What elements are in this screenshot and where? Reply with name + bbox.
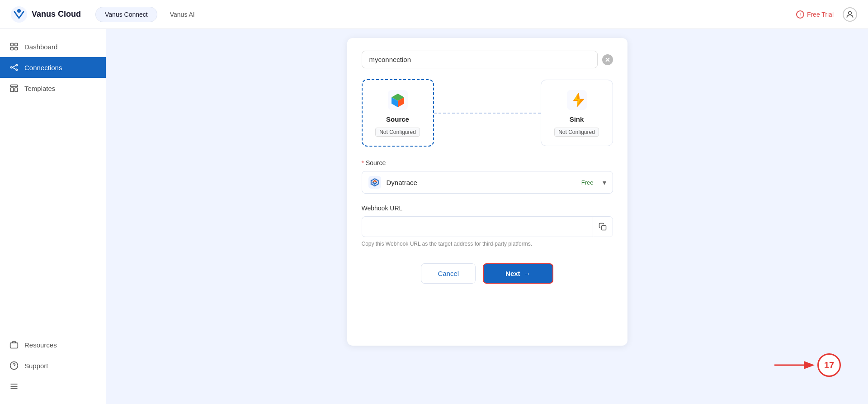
templates-icon bbox=[9, 83, 19, 93]
webhook-field: Webhook URL Copy this Webhook URL as the… bbox=[362, 204, 613, 247]
nav-tabs: Vanus Connect Vanus AI bbox=[95, 7, 204, 22]
dashboard-icon bbox=[9, 42, 19, 52]
svg-point-8 bbox=[16, 64, 17, 66]
free-trial-button[interactable]: ! Free Trial bbox=[796, 10, 834, 19]
svg-rect-13 bbox=[11, 88, 14, 91]
sidebar-item-support[interactable]: Support bbox=[0, 355, 106, 376]
svg-rect-3 bbox=[11, 43, 14, 46]
svg-point-1 bbox=[17, 9, 21, 13]
dashed-connector bbox=[434, 113, 541, 114]
svg-rect-29 bbox=[602, 226, 606, 230]
webhook-label: Webhook URL bbox=[362, 204, 613, 212]
sidebar: Dashboard Connections bbox=[0, 29, 106, 404]
free-trial-alert-icon: ! bbox=[796, 10, 804, 19]
svg-point-2 bbox=[849, 11, 852, 14]
sidebar-bottom: Resources Support bbox=[0, 334, 106, 397]
connection-name-input[interactable] bbox=[362, 51, 598, 68]
svg-line-10 bbox=[12, 66, 16, 67]
logo-text: Vanus Cloud bbox=[32, 10, 81, 19]
step-number-label: 17 bbox=[824, 360, 834, 371]
svg-rect-12 bbox=[11, 85, 18, 87]
connections-icon bbox=[9, 62, 19, 72]
menu-icon bbox=[9, 381, 19, 391]
panel-scroll[interactable]: Source Not Configured bbox=[347, 38, 627, 346]
svg-rect-6 bbox=[15, 48, 18, 50]
panel-container: Source Not Configured bbox=[347, 38, 627, 346]
sink-box-title: Sink bbox=[570, 115, 584, 123]
copy-webhook-button[interactable] bbox=[593, 217, 613, 237]
sink-not-configured-badge: Not Configured bbox=[554, 128, 599, 137]
dynatrace-icon bbox=[368, 176, 381, 189]
nav-ai-tab[interactable]: Vanus AI bbox=[161, 7, 204, 22]
sidebar-item-templates[interactable]: Templates bbox=[0, 78, 106, 99]
sidebar-item-label-templates: Templates bbox=[24, 85, 55, 92]
sidebar-item-label-support: Support bbox=[24, 362, 48, 370]
webhook-url-input[interactable] bbox=[362, 218, 593, 236]
nav-connect-tab[interactable]: Vanus Connect bbox=[95, 7, 157, 22]
connector-line bbox=[434, 113, 541, 114]
next-arrow-icon: → bbox=[524, 270, 531, 277]
sidebar-item-resources[interactable]: Resources bbox=[0, 334, 106, 355]
annotation-arrow bbox=[772, 356, 817, 374]
source-sink-row: Source Not Configured bbox=[362, 79, 613, 147]
next-button-label: Next bbox=[505, 270, 520, 277]
nav-right: ! Free Trial bbox=[796, 7, 857, 22]
source-field: *Source Dy bbox=[362, 159, 613, 194]
source-not-configured-badge: Not Configured bbox=[375, 128, 420, 137]
main-layout: Dashboard Connections bbox=[0, 29, 868, 404]
source-box-title: Source bbox=[386, 115, 409, 123]
svg-rect-5 bbox=[11, 48, 14, 50]
sidebar-item-label-dashboard: Dashboard bbox=[24, 43, 57, 51]
required-star: * bbox=[362, 159, 364, 166]
svg-line-11 bbox=[12, 67, 16, 69]
free-badge: Free bbox=[581, 179, 594, 186]
content-area: Source Not Configured bbox=[106, 29, 868, 404]
next-button[interactable]: Next → bbox=[483, 263, 553, 284]
step-number-circle: 17 bbox=[817, 353, 841, 377]
source-box-icon bbox=[387, 89, 409, 111]
source-field-label: *Source bbox=[362, 159, 613, 166]
webhook-hint: Copy this Webhook URL as the target addr… bbox=[362, 241, 613, 247]
source-dropdown[interactable]: Dynatrace Free ▾ bbox=[362, 171, 613, 194]
svg-point-9 bbox=[16, 69, 17, 70]
sink-box[interactable]: Sink Not Configured bbox=[541, 80, 613, 146]
sidebar-item-dashboard[interactable]: Dashboard bbox=[0, 36, 106, 57]
source-name-label: Dynatrace bbox=[387, 179, 576, 186]
svg-rect-15 bbox=[10, 343, 18, 348]
sidebar-item-menu[interactable] bbox=[0, 376, 106, 397]
annotation-area: 17 bbox=[772, 353, 841, 377]
cancel-button[interactable]: Cancel bbox=[421, 263, 476, 284]
free-trial-label: Free Trial bbox=[807, 11, 834, 18]
source-box[interactable]: Source Not Configured bbox=[362, 79, 434, 147]
clear-input-button[interactable] bbox=[602, 54, 613, 65]
connection-name-row bbox=[362, 51, 613, 68]
svg-point-0 bbox=[11, 6, 27, 23]
svg-rect-4 bbox=[15, 43, 18, 46]
sidebar-item-label-connections: Connections bbox=[24, 64, 62, 71]
sink-box-icon bbox=[566, 89, 588, 111]
sidebar-item-label-resources: Resources bbox=[24, 341, 57, 349]
support-icon bbox=[9, 361, 19, 371]
chevron-down-icon: ▾ bbox=[603, 178, 606, 187]
button-row: Cancel Next → bbox=[362, 263, 613, 284]
webhook-input-row bbox=[362, 216, 613, 237]
top-nav: Vanus Cloud Vanus Connect Vanus AI ! Fre… bbox=[0, 0, 868, 29]
logo-area: Vanus Cloud bbox=[11, 6, 81, 23]
svg-rect-14 bbox=[15, 88, 18, 91]
vanus-logo-icon bbox=[11, 6, 27, 23]
user-avatar[interactable] bbox=[843, 7, 857, 22]
sidebar-item-connections[interactable]: Connections bbox=[0, 57, 106, 78]
resources-icon bbox=[9, 340, 19, 350]
svg-point-7 bbox=[11, 67, 12, 68]
